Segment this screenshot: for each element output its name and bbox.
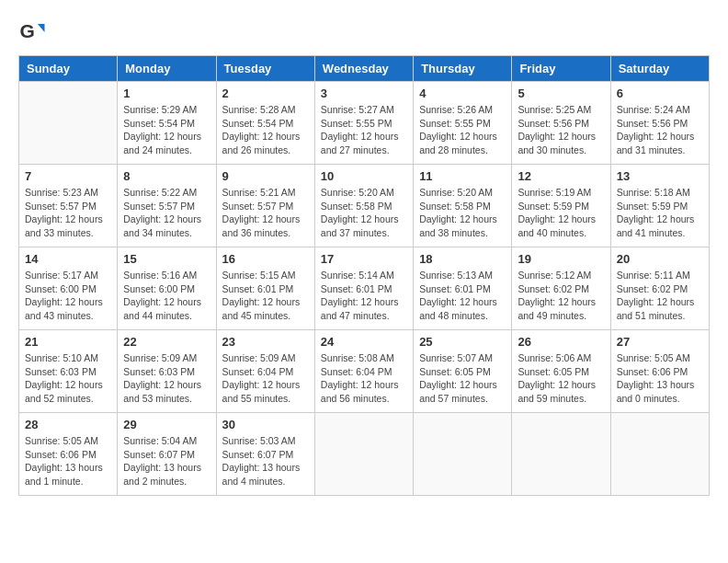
- day-info: Sunrise: 5:22 AM Sunset: 5:57 PM Dayligh…: [123, 186, 210, 240]
- day-info: Sunrise: 5:16 AM Sunset: 6:00 PM Dayligh…: [123, 269, 210, 323]
- day-number: 17: [321, 252, 407, 266]
- day-info: Sunrise: 5:12 AM Sunset: 6:02 PM Dayligh…: [518, 269, 604, 323]
- calendar-cell: 4Sunrise: 5:26 AM Sunset: 5:55 PM Daylig…: [414, 82, 512, 165]
- day-info: Sunrise: 5:17 AM Sunset: 6:00 PM Dayligh…: [25, 269, 111, 323]
- weekday-header: Sunday: [19, 56, 118, 82]
- calendar-cell: [512, 413, 610, 496]
- calendar-cell: 30Sunrise: 5:03 AM Sunset: 6:07 PM Dayli…: [216, 413, 314, 496]
- day-number: 6: [617, 86, 703, 100]
- day-number: 5: [518, 86, 604, 100]
- day-number: 25: [419, 335, 506, 349]
- day-info: Sunrise: 5:26 AM Sunset: 5:55 PM Dayligh…: [419, 103, 506, 157]
- day-number: 9: [222, 169, 309, 183]
- calendar-cell: 18Sunrise: 5:13 AM Sunset: 6:01 PM Dayli…: [414, 247, 512, 330]
- svg-text:G: G: [20, 20, 35, 41]
- weekday-header: Thursday: [414, 56, 512, 82]
- calendar-cell: 19Sunrise: 5:12 AM Sunset: 6:02 PM Dayli…: [512, 247, 610, 330]
- day-number: 30: [222, 418, 309, 431]
- day-number: 29: [123, 418, 210, 431]
- calendar-week-row: 28Sunrise: 5:05 AM Sunset: 6:06 PM Dayli…: [19, 413, 710, 496]
- calendar-header-row: SundayMondayTuesdayWednesdayThursdayFrid…: [19, 56, 710, 82]
- calendar-cell: [414, 413, 512, 496]
- day-number: 20: [617, 252, 703, 266]
- day-info: Sunrise: 5:05 AM Sunset: 6:06 PM Dayligh…: [25, 434, 111, 488]
- page-header: G: [18, 18, 710, 46]
- calendar-cell: 1Sunrise: 5:29 AM Sunset: 5:54 PM Daylig…: [118, 82, 216, 165]
- calendar-cell: 25Sunrise: 5:07 AM Sunset: 6:05 PM Dayli…: [414, 330, 512, 413]
- logo: G: [18, 18, 50, 46]
- day-number: 15: [123, 252, 210, 266]
- calendar-cell: 15Sunrise: 5:16 AM Sunset: 6:00 PM Dayli…: [118, 247, 216, 330]
- calendar-table: SundayMondayTuesdayWednesdayThursdayFrid…: [18, 55, 710, 496]
- day-info: Sunrise: 5:09 AM Sunset: 6:04 PM Dayligh…: [222, 351, 309, 406]
- day-info: Sunrise: 5:08 AM Sunset: 6:04 PM Dayligh…: [321, 351, 407, 406]
- calendar-cell: 17Sunrise: 5:14 AM Sunset: 6:01 PM Dayli…: [314, 247, 413, 330]
- calendar-cell: [19, 82, 118, 165]
- calendar-cell: [314, 413, 413, 496]
- day-number: 14: [25, 252, 111, 266]
- day-info: Sunrise: 5:13 AM Sunset: 6:01 PM Dayligh…: [419, 269, 506, 323]
- calendar-cell: 16Sunrise: 5:15 AM Sunset: 6:01 PM Dayli…: [216, 247, 314, 330]
- svg-marker-1: [38, 24, 45, 32]
- day-number: 24: [321, 335, 407, 349]
- calendar-cell: 26Sunrise: 5:06 AM Sunset: 6:05 PM Dayli…: [512, 330, 610, 413]
- calendar-cell: 21Sunrise: 5:10 AM Sunset: 6:03 PM Dayli…: [19, 330, 118, 413]
- calendar-cell: 10Sunrise: 5:20 AM Sunset: 5:58 PM Dayli…: [314, 165, 413, 247]
- day-info: Sunrise: 5:21 AM Sunset: 5:57 PM Dayligh…: [222, 186, 309, 240]
- day-info: Sunrise: 5:27 AM Sunset: 5:55 PM Dayligh…: [321, 103, 407, 157]
- day-number: 19: [518, 252, 604, 266]
- calendar-cell: 3Sunrise: 5:27 AM Sunset: 5:55 PM Daylig…: [314, 82, 413, 165]
- calendar-cell: 7Sunrise: 5:23 AM Sunset: 5:57 PM Daylig…: [19, 165, 118, 247]
- day-info: Sunrise: 5:23 AM Sunset: 5:57 PM Dayligh…: [25, 186, 111, 240]
- day-info: Sunrise: 5:24 AM Sunset: 5:56 PM Dayligh…: [617, 103, 703, 157]
- calendar-cell: 22Sunrise: 5:09 AM Sunset: 6:03 PM Dayli…: [118, 330, 216, 413]
- day-info: Sunrise: 5:20 AM Sunset: 5:58 PM Dayligh…: [321, 186, 407, 240]
- day-info: Sunrise: 5:05 AM Sunset: 6:06 PM Dayligh…: [617, 351, 703, 406]
- calendar-cell: [610, 413, 709, 496]
- day-info: Sunrise: 5:09 AM Sunset: 6:03 PM Dayligh…: [123, 351, 210, 406]
- logo-icon: G: [18, 18, 46, 46]
- day-number: 1: [123, 86, 210, 100]
- day-info: Sunrise: 5:15 AM Sunset: 6:01 PM Dayligh…: [222, 269, 309, 323]
- calendar-week-row: 14Sunrise: 5:17 AM Sunset: 6:00 PM Dayli…: [19, 247, 710, 330]
- day-info: Sunrise: 5:04 AM Sunset: 6:07 PM Dayligh…: [123, 434, 210, 488]
- calendar-week-row: 1Sunrise: 5:29 AM Sunset: 5:54 PM Daylig…: [19, 82, 710, 165]
- calendar-cell: 24Sunrise: 5:08 AM Sunset: 6:04 PM Dayli…: [314, 330, 413, 413]
- calendar-cell: 8Sunrise: 5:22 AM Sunset: 5:57 PM Daylig…: [118, 165, 216, 247]
- calendar-cell: 9Sunrise: 5:21 AM Sunset: 5:57 PM Daylig…: [216, 165, 314, 247]
- weekday-header: Monday: [118, 56, 216, 82]
- weekday-header: Wednesday: [314, 56, 413, 82]
- calendar-cell: 12Sunrise: 5:19 AM Sunset: 5:59 PM Dayli…: [512, 165, 610, 247]
- day-number: 3: [321, 86, 407, 100]
- day-number: 27: [617, 335, 703, 349]
- day-info: Sunrise: 5:03 AM Sunset: 6:07 PM Dayligh…: [222, 434, 309, 488]
- calendar-cell: 20Sunrise: 5:11 AM Sunset: 6:02 PM Dayli…: [610, 247, 709, 330]
- day-number: 21: [25, 335, 111, 349]
- calendar-cell: 29Sunrise: 5:04 AM Sunset: 6:07 PM Dayli…: [118, 413, 216, 496]
- day-number: 22: [123, 335, 210, 349]
- day-number: 26: [518, 335, 604, 349]
- day-info: Sunrise: 5:19 AM Sunset: 5:59 PM Dayligh…: [518, 186, 604, 240]
- day-number: 12: [518, 169, 604, 183]
- day-info: Sunrise: 5:14 AM Sunset: 6:01 PM Dayligh…: [321, 269, 407, 323]
- day-number: 18: [419, 252, 506, 266]
- day-number: 11: [419, 169, 506, 183]
- calendar-cell: 23Sunrise: 5:09 AM Sunset: 6:04 PM Dayli…: [216, 330, 314, 413]
- calendar-cell: 11Sunrise: 5:20 AM Sunset: 5:58 PM Dayli…: [414, 165, 512, 247]
- day-info: Sunrise: 5:29 AM Sunset: 5:54 PM Dayligh…: [123, 103, 210, 157]
- day-info: Sunrise: 5:10 AM Sunset: 6:03 PM Dayligh…: [25, 351, 111, 406]
- weekday-header: Tuesday: [216, 56, 314, 82]
- weekday-header: Friday: [512, 56, 610, 82]
- calendar-week-row: 21Sunrise: 5:10 AM Sunset: 6:03 PM Dayli…: [19, 330, 710, 413]
- day-number: 16: [222, 252, 309, 266]
- calendar-cell: 13Sunrise: 5:18 AM Sunset: 5:59 PM Dayli…: [610, 165, 709, 247]
- day-info: Sunrise: 5:20 AM Sunset: 5:58 PM Dayligh…: [419, 186, 506, 240]
- day-number: 23: [222, 335, 309, 349]
- day-number: 28: [25, 418, 111, 431]
- day-number: 2: [222, 86, 309, 100]
- calendar-cell: 2Sunrise: 5:28 AM Sunset: 5:54 PM Daylig…: [216, 82, 314, 165]
- calendar-cell: 27Sunrise: 5:05 AM Sunset: 6:06 PM Dayli…: [610, 330, 709, 413]
- calendar-cell: 28Sunrise: 5:05 AM Sunset: 6:06 PM Dayli…: [19, 413, 118, 496]
- day-number: 4: [419, 86, 506, 100]
- day-info: Sunrise: 5:18 AM Sunset: 5:59 PM Dayligh…: [617, 186, 703, 240]
